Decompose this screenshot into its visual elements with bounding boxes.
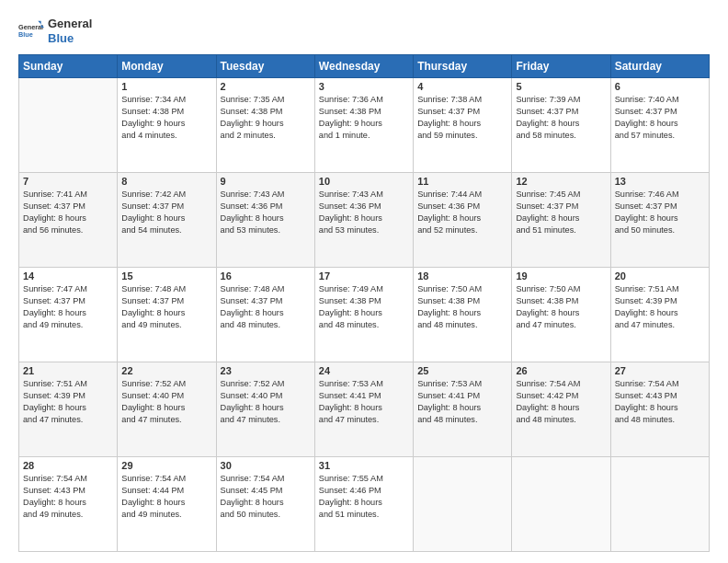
day-number: 13 <box>615 176 705 187</box>
day-number: 7 <box>23 176 113 187</box>
week-row-4: 21Sunrise: 7:51 AMSunset: 4:39 PMDayligh… <box>19 362 710 457</box>
day-info: Sunrise: 7:39 AMSunset: 4:37 PMDaylight:… <box>516 94 606 142</box>
calendar-cell: 15Sunrise: 7:48 AMSunset: 4:37 PMDayligh… <box>118 268 216 362</box>
day-info: Sunrise: 7:44 AMSunset: 4:36 PMDaylight:… <box>417 189 507 236</box>
day-number: 8 <box>121 176 211 187</box>
logo: GeneralBlue General Blue <box>18 17 92 45</box>
day-number: 20 <box>615 270 705 282</box>
calendar-table: SundayMondayTuesdayWednesdayThursdayFrid… <box>18 54 710 552</box>
calendar-cell: 13Sunrise: 7:46 AMSunset: 4:37 PMDayligh… <box>610 173 709 268</box>
calendar-cell: 6Sunrise: 7:40 AMSunset: 4:37 PMDaylight… <box>610 78 709 173</box>
day-number: 26 <box>516 365 606 376</box>
day-number: 31 <box>319 460 409 471</box>
calendar-cell: 4Sunrise: 7:38 AMSunset: 4:37 PMDaylight… <box>414 78 512 173</box>
week-row-3: 14Sunrise: 7:47 AMSunset: 4:37 PMDayligh… <box>19 268 710 362</box>
calendar-cell: 23Sunrise: 7:52 AMSunset: 4:40 PMDayligh… <box>216 362 314 457</box>
logo-icon: GeneralBlue <box>18 18 44 44</box>
day-info: Sunrise: 7:45 AMSunset: 4:37 PMDaylight:… <box>516 189 606 236</box>
day-number: 21 <box>23 365 113 376</box>
weekday-header-sunday: Sunday <box>19 55 118 78</box>
day-number: 29 <box>121 460 211 471</box>
weekday-header-friday: Friday <box>512 55 610 78</box>
day-info: Sunrise: 7:54 AMSunset: 4:43 PMDaylight:… <box>23 473 113 521</box>
calendar-cell: 22Sunrise: 7:52 AMSunset: 4:40 PMDayligh… <box>118 362 216 457</box>
day-info: Sunrise: 7:36 AMSunset: 4:38 PMDaylight:… <box>319 94 409 142</box>
day-info: Sunrise: 7:54 AMSunset: 4:43 PMDaylight:… <box>615 378 705 426</box>
day-number: 16 <box>221 270 311 282</box>
day-info: Sunrise: 7:53 AMSunset: 4:41 PMDaylight:… <box>319 378 409 426</box>
calendar-cell: 3Sunrise: 7:36 AMSunset: 4:38 PMDaylight… <box>314 78 413 173</box>
day-info: Sunrise: 7:35 AMSunset: 4:38 PMDaylight:… <box>221 94 311 142</box>
calendar-cell: 20Sunrise: 7:51 AMSunset: 4:39 PMDayligh… <box>610 268 709 362</box>
calendar-cell: 21Sunrise: 7:51 AMSunset: 4:39 PMDayligh… <box>19 362 118 457</box>
weekday-header-wednesday: Wednesday <box>314 55 413 78</box>
day-info: Sunrise: 7:34 AMSunset: 4:38 PMDaylight:… <box>121 94 211 142</box>
day-number: 28 <box>23 460 113 471</box>
day-info: Sunrise: 7:47 AMSunset: 4:37 PMDaylight:… <box>23 283 113 331</box>
day-number: 6 <box>615 81 705 92</box>
day-number: 17 <box>319 270 409 282</box>
calendar-cell: 14Sunrise: 7:47 AMSunset: 4:37 PMDayligh… <box>19 268 118 362</box>
day-info: Sunrise: 7:52 AMSunset: 4:40 PMDaylight:… <box>221 378 311 426</box>
calendar-cell: 31Sunrise: 7:55 AMSunset: 4:46 PMDayligh… <box>314 457 413 552</box>
day-info: Sunrise: 7:41 AMSunset: 4:37 PMDaylight:… <box>23 189 113 236</box>
calendar-cell: 24Sunrise: 7:53 AMSunset: 4:41 PMDayligh… <box>314 362 413 457</box>
header: GeneralBlue General Blue <box>18 17 710 45</box>
day-number: 4 <box>417 81 507 92</box>
day-number: 19 <box>516 270 606 282</box>
day-info: Sunrise: 7:55 AMSunset: 4:46 PMDaylight:… <box>319 473 409 521</box>
calendar-cell: 10Sunrise: 7:43 AMSunset: 4:36 PMDayligh… <box>314 173 413 268</box>
logo-text-blue: Blue <box>48 31 92 46</box>
calendar-cell: 1Sunrise: 7:34 AMSunset: 4:38 PMDaylight… <box>118 78 216 173</box>
calendar-cell: 25Sunrise: 7:53 AMSunset: 4:41 PMDayligh… <box>414 362 512 457</box>
calendar-cell: 30Sunrise: 7:54 AMSunset: 4:45 PMDayligh… <box>216 457 314 552</box>
day-number: 27 <box>615 365 705 376</box>
calendar-cell: 12Sunrise: 7:45 AMSunset: 4:37 PMDayligh… <box>512 173 610 268</box>
day-info: Sunrise: 7:49 AMSunset: 4:38 PMDaylight:… <box>319 283 409 331</box>
day-number: 3 <box>319 81 409 92</box>
weekday-header-row: SundayMondayTuesdayWednesdayThursdayFrid… <box>19 55 710 78</box>
day-number: 2 <box>221 81 311 92</box>
day-number: 14 <box>23 270 113 282</box>
day-number: 15 <box>121 270 211 282</box>
day-info: Sunrise: 7:48 AMSunset: 4:37 PMDaylight:… <box>221 283 311 331</box>
calendar-cell: 2Sunrise: 7:35 AMSunset: 4:38 PMDaylight… <box>216 78 314 173</box>
day-info: Sunrise: 7:52 AMSunset: 4:40 PMDaylight:… <box>121 378 211 426</box>
day-info: Sunrise: 7:51 AMSunset: 4:39 PMDaylight:… <box>615 283 705 331</box>
day-info: Sunrise: 7:38 AMSunset: 4:37 PMDaylight:… <box>417 94 507 142</box>
calendar-cell: 29Sunrise: 7:54 AMSunset: 4:44 PMDayligh… <box>118 457 216 552</box>
week-row-1: 1Sunrise: 7:34 AMSunset: 4:38 PMDaylight… <box>19 78 710 173</box>
day-number: 25 <box>417 365 507 376</box>
calendar-cell: 9Sunrise: 7:43 AMSunset: 4:36 PMDaylight… <box>216 173 314 268</box>
weekday-header-thursday: Thursday <box>414 55 512 78</box>
svg-text:Blue: Blue <box>18 30 33 39</box>
calendar-cell: 18Sunrise: 7:50 AMSunset: 4:38 PMDayligh… <box>414 268 512 362</box>
day-info: Sunrise: 7:42 AMSunset: 4:37 PMDaylight:… <box>121 189 211 236</box>
day-info: Sunrise: 7:50 AMSunset: 4:38 PMDaylight:… <box>417 283 507 331</box>
calendar-cell: 8Sunrise: 7:42 AMSunset: 4:37 PMDaylight… <box>118 173 216 268</box>
day-info: Sunrise: 7:50 AMSunset: 4:38 PMDaylight:… <box>516 283 606 331</box>
day-number: 11 <box>417 176 507 187</box>
day-number: 30 <box>221 460 311 471</box>
calendar-cell: 11Sunrise: 7:44 AMSunset: 4:36 PMDayligh… <box>414 173 512 268</box>
calendar-cell <box>414 457 512 552</box>
calendar-cell: 16Sunrise: 7:48 AMSunset: 4:37 PMDayligh… <box>216 268 314 362</box>
day-info: Sunrise: 7:51 AMSunset: 4:39 PMDaylight:… <box>23 378 113 426</box>
calendar-cell: 19Sunrise: 7:50 AMSunset: 4:38 PMDayligh… <box>512 268 610 362</box>
day-number: 24 <box>319 365 409 376</box>
week-row-2: 7Sunrise: 7:41 AMSunset: 4:37 PMDaylight… <box>19 173 710 268</box>
day-number: 9 <box>221 176 311 187</box>
day-info: Sunrise: 7:54 AMSunset: 4:44 PMDaylight:… <box>121 473 211 521</box>
weekday-header-saturday: Saturday <box>610 55 709 78</box>
page: GeneralBlue General Blue SundayMondayTue… <box>0 0 728 563</box>
calendar-cell <box>19 78 118 173</box>
calendar-cell: 7Sunrise: 7:41 AMSunset: 4:37 PMDaylight… <box>19 173 118 268</box>
day-info: Sunrise: 7:54 AMSunset: 4:45 PMDaylight:… <box>221 473 311 521</box>
weekday-header-tuesday: Tuesday <box>216 55 314 78</box>
logo-text-general: General <box>48 17 92 31</box>
day-number: 23 <box>221 365 311 376</box>
day-info: Sunrise: 7:54 AMSunset: 4:42 PMDaylight:… <box>516 378 606 426</box>
day-info: Sunrise: 7:46 AMSunset: 4:37 PMDaylight:… <box>615 189 705 236</box>
day-info: Sunrise: 7:43 AMSunset: 4:36 PMDaylight:… <box>319 189 409 236</box>
calendar-cell: 5Sunrise: 7:39 AMSunset: 4:37 PMDaylight… <box>512 78 610 173</box>
